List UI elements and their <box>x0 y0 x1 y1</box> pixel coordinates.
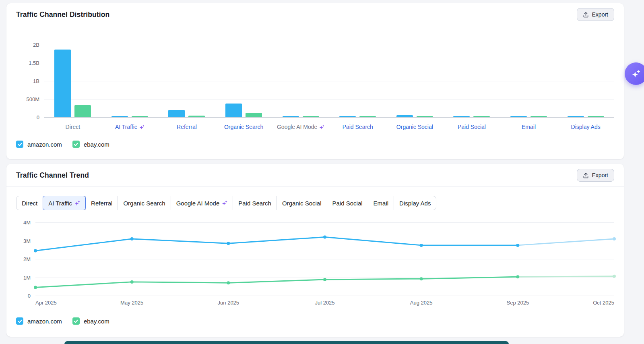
export-label: Export <box>592 11 608 18</box>
trend-export-button[interactable]: Export <box>577 169 614 182</box>
bar-ebay-com-referral[interactable] <box>188 116 205 117</box>
category-cell-direct: Direct <box>44 123 101 131</box>
checkbox-amazon-com[interactable] <box>16 317 23 325</box>
data-point-amazon-com-jun-2025[interactable] <box>227 242 230 245</box>
legend-label: ebay.com <box>84 141 109 148</box>
category-cell-google-ai-mode: Google AI Mode <box>272 123 329 131</box>
forecast-line-amazon-com <box>518 239 614 245</box>
checkbox-ebay-com[interactable] <box>72 317 80 325</box>
bar-amazon-com-direct[interactable] <box>54 50 71 117</box>
bar-amazon-com-ai-traffic[interactable] <box>111 116 128 117</box>
tab-label: Direct <box>22 200 37 207</box>
axis-spacer <box>16 296 35 310</box>
legend-item-amazon-com[interactable]: amazon.com <box>16 141 62 148</box>
ai-assistant-button[interactable] <box>625 62 644 85</box>
bar-amazon-com-paid-social[interactable] <box>453 116 470 117</box>
bar-amazon-com-organic-search[interactable] <box>225 104 242 117</box>
traffic-channel-trend-card: Traffic Channel Trend Export DirectAI Tr… <box>6 164 624 337</box>
distribution-export-button[interactable]: Export <box>577 8 614 21</box>
checkbox-ebay-com[interactable] <box>72 141 80 148</box>
bar-ebay-com-google-ai-mode[interactable] <box>303 116 319 117</box>
tab-paid-search[interactable]: Paid Search <box>233 196 277 210</box>
export-label: Export <box>592 172 608 178</box>
tab-label: Google AI Mode <box>176 200 220 207</box>
data-point-ebay-com-jun-2025[interactable] <box>227 281 230 284</box>
bar-amazon-com-google-ai-mode[interactable] <box>283 116 299 117</box>
bar-ebay-com-paid-search[interactable] <box>359 116 376 117</box>
check-icon <box>73 142 78 147</box>
export-icon <box>583 172 589 178</box>
category-cell-paid-social: Paid Social <box>443 123 500 131</box>
category-label-display-ads[interactable]: Display Ads <box>571 123 601 131</box>
ai-sparkle-icon <box>222 200 227 206</box>
data-point-ebay-com-apr-2025[interactable] <box>34 286 37 289</box>
tab-ai-traffic[interactable]: AI Traffic <box>43 196 86 210</box>
bar-ebay-com-organic-search[interactable] <box>246 113 262 117</box>
tab-organic-search[interactable]: Organic Search <box>118 196 171 210</box>
distribution-card-title: Traffic Channel Distribution <box>16 10 109 19</box>
data-point-amazon-com-sep-2025[interactable] <box>516 244 519 247</box>
tab-label: Display Ads <box>399 200 431 207</box>
x-axis-label-jul-2025: Jul 2025 <box>315 300 334 306</box>
tab-google-ai-mode[interactable]: Google AI Mode <box>171 196 233 210</box>
distribution-bar-chart: 0500M1B1.5B2B DirectAI TrafficReferralOr… <box>6 26 624 131</box>
category-label-ai-traffic[interactable]: AI Traffic <box>115 123 137 131</box>
data-point-amazon-com-may-2025[interactable] <box>130 237 134 240</box>
tab-email[interactable]: Email <box>368 196 394 210</box>
bar-ebay-com-direct[interactable] <box>74 105 91 117</box>
data-point-amazon-com-apr-2025[interactable] <box>34 249 37 253</box>
trend-card-title: Traffic Channel Trend <box>16 171 89 180</box>
bar-amazon-com-organic-social[interactable] <box>396 115 413 117</box>
data-point-ebay-com-jul-2025[interactable] <box>323 278 326 281</box>
legend-item-ebay-com[interactable]: ebay.com <box>72 141 109 148</box>
bar-group-google-ai-mode <box>272 45 329 117</box>
bar-amazon-com-referral[interactable] <box>168 110 185 117</box>
data-point-amazon-com-aug-2025[interactable] <box>420 244 423 247</box>
ai-sparkle-icon <box>74 200 80 206</box>
grid-line <box>44 117 614 118</box>
bar-group-paid-search <box>329 45 386 117</box>
tab-display-ads[interactable]: Display Ads <box>394 196 436 210</box>
bar-ebay-com-email[interactable] <box>530 116 547 117</box>
tab-organic-social[interactable]: Organic Social <box>277 196 327 210</box>
data-point-ebay-com-may-2025[interactable] <box>130 280 134 284</box>
bar-ebay-com-paid-social[interactable] <box>473 116 490 117</box>
bar-ebay-com-organic-social[interactable] <box>417 116 433 117</box>
check-icon <box>17 142 23 147</box>
bar-amazon-com-email[interactable] <box>510 116 527 117</box>
category-label-referral[interactable]: Referral <box>177 123 197 131</box>
legend-item-amazon-com[interactable]: amazon.com <box>16 317 62 325</box>
bar-group-organic-search <box>215 45 272 117</box>
x-axis-label-oct-2025: Oct 2025 <box>593 300 614 306</box>
ai-sparkle-icon <box>632 69 640 78</box>
x-axis-label-jun-2025: Jun 2025 <box>218 300 239 306</box>
y-axis-tick: 1B <box>33 78 39 84</box>
line-ebay-com <box>35 277 518 287</box>
tab-paid-social[interactable]: Paid Social <box>327 196 368 210</box>
tab-referral[interactable]: Referral <box>85 196 118 210</box>
data-point-amazon-com-jul-2025[interactable] <box>323 235 326 238</box>
bar-ebay-com-display-ads[interactable] <box>588 116 604 117</box>
category-label-organic-search[interactable]: Organic Search <box>224 123 263 131</box>
bar-amazon-com-paid-search[interactable] <box>339 116 356 117</box>
category-label-paid-social[interactable]: Paid Social <box>458 123 486 131</box>
category-label-organic-social[interactable]: Organic Social <box>396 123 433 131</box>
legend-label: amazon.com <box>27 318 62 325</box>
category-label-paid-search[interactable]: Paid Search <box>343 123 373 131</box>
checkbox-amazon-com[interactable] <box>16 141 23 148</box>
category-label-email[interactable]: Email <box>522 123 536 131</box>
legend-item-ebay-com[interactable]: ebay.com <box>72 317 109 325</box>
y-axis-tick: 1M <box>23 274 31 280</box>
tab-label: Organic Social <box>282 200 322 207</box>
data-point-ebay-com-oct-2025[interactable] <box>613 275 616 278</box>
tab-direct[interactable]: Direct <box>16 196 43 210</box>
category-cell-referral: Referral <box>158 123 215 131</box>
trend-legend: amazon.comebay.com <box>6 310 624 337</box>
bar-ebay-com-ai-traffic[interactable] <box>132 116 148 117</box>
ai-sparkle-icon <box>319 124 324 130</box>
x-axis-label-apr-2025: Apr 2025 <box>35 300 57 306</box>
bar-amazon-com-display-ads[interactable] <box>568 116 584 117</box>
data-point-ebay-com-aug-2025[interactable] <box>420 277 423 280</box>
data-point-ebay-com-sep-2025[interactable] <box>516 275 519 278</box>
data-point-amazon-com-oct-2025[interactable] <box>613 237 616 240</box>
